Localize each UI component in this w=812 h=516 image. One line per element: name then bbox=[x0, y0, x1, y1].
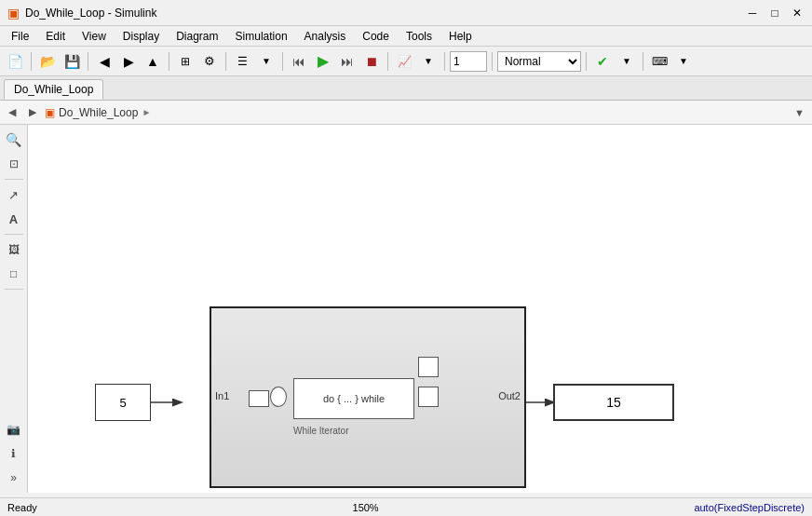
open-button[interactable]: 📂 bbox=[36, 50, 59, 73]
scope-button[interactable]: 📈 bbox=[393, 50, 415, 73]
tb-sep-10 bbox=[643, 52, 643, 71]
app-icon: ▣ bbox=[7, 6, 20, 20]
library-button[interactable]: ⊞ bbox=[174, 50, 196, 73]
tab-do-while-loop[interactable]: Do_While_Loop bbox=[4, 79, 103, 100]
rectangle-tool[interactable]: □ bbox=[3, 263, 25, 285]
titlebar: ▣ Do_While_Loop - Simulink ─ □ ✕ bbox=[0, 0, 812, 26]
out2-label: Out2 bbox=[498, 390, 521, 401]
tb-sep-7 bbox=[444, 52, 445, 71]
settings-button[interactable]: ⚙ bbox=[198, 50, 221, 73]
image-block-button[interactable]: 🖼 bbox=[3, 238, 25, 261]
sidebar-sep-1 bbox=[5, 179, 23, 180]
info-button[interactable]: ℹ bbox=[3, 442, 25, 465]
text-tool[interactable]: A bbox=[3, 208, 25, 230]
display-value: 15 bbox=[606, 395, 621, 410]
tb-sep-6 bbox=[387, 52, 388, 71]
addr-content: ▣ Do_While_Loop ► bbox=[45, 106, 151, 119]
titlebar-left: ▣ Do_While_Loop - Simulink bbox=[7, 6, 156, 20]
addressbar: ◀ ▶ ▣ Do_While_Loop ► ▼ bbox=[0, 101, 812, 125]
addr-expand-button[interactable]: ▼ bbox=[791, 107, 808, 118]
data-button[interactable]: ☰ bbox=[231, 50, 253, 73]
while-iterator-label: While Iterator bbox=[293, 426, 348, 436]
check-button[interactable]: ✔ bbox=[591, 50, 614, 73]
screenshot-button[interactable]: 📷 bbox=[3, 418, 25, 441]
menu-code[interactable]: Code bbox=[355, 28, 397, 45]
redo-button[interactable]: ▶ bbox=[117, 50, 140, 73]
inner-right-block[interactable] bbox=[418, 387, 439, 407]
tb-sep-5 bbox=[282, 52, 283, 71]
constant-value: 5 bbox=[119, 396, 126, 410]
tb-sep-3 bbox=[169, 52, 169, 71]
check-drop[interactable]: ▼ bbox=[616, 50, 638, 73]
tb-sep-1 bbox=[31, 52, 32, 71]
maximize-button[interactable]: □ bbox=[767, 6, 782, 20]
solver-info: auto(FixedStepDiscrete) bbox=[694, 502, 805, 513]
new-button[interactable]: 📄 bbox=[4, 50, 26, 73]
arrow-tool[interactable]: ↗ bbox=[3, 183, 25, 206]
zoom-in-button[interactable]: 🔍 bbox=[3, 129, 25, 151]
scope-drop[interactable]: ▼ bbox=[417, 50, 440, 73]
minimize-button[interactable]: ─ bbox=[745, 6, 760, 20]
tb-sep-4 bbox=[225, 52, 226, 71]
in1-label: In1 bbox=[215, 390, 229, 401]
addr-back-button[interactable]: ◀ bbox=[4, 104, 20, 121]
addr-model-name: Do_While_Loop bbox=[59, 106, 138, 119]
tb-sep-8 bbox=[492, 52, 493, 71]
data-drop[interactable]: ▼ bbox=[255, 50, 277, 73]
tb-sep-9 bbox=[586, 52, 587, 71]
sidebar-sep-2 bbox=[5, 234, 23, 235]
display-block[interactable]: 15 bbox=[553, 384, 674, 421]
menubar: File Edit View Display Diagram Simulatio… bbox=[0, 26, 812, 47]
shortcuts-drop[interactable]: ▼ bbox=[672, 50, 695, 73]
menu-tools[interactable]: Tools bbox=[399, 28, 440, 45]
statusbar: Ready 150% auto(FixedStepDiscrete) bbox=[0, 497, 812, 516]
zoom-level: 150% bbox=[353, 502, 379, 513]
menu-file[interactable]: File bbox=[4, 28, 36, 45]
inner-pre-block[interactable] bbox=[270, 387, 287, 407]
close-button[interactable]: ✕ bbox=[790, 6, 805, 20]
menu-simulation[interactable]: Simulation bbox=[228, 28, 295, 45]
ready-status: Ready bbox=[7, 502, 37, 513]
do-while-box[interactable]: do { ... } while bbox=[293, 378, 414, 419]
tb-sep-2 bbox=[88, 52, 88, 71]
zoom-fit-button[interactable]: ⊡ bbox=[3, 153, 25, 175]
more-button[interactable]: » bbox=[3, 467, 25, 489]
menu-view[interactable]: View bbox=[74, 28, 114, 45]
do-while-label: do { ... } while bbox=[323, 393, 385, 404]
save-button[interactable]: 💾 bbox=[61, 50, 83, 73]
addr-arrow: ► bbox=[142, 107, 151, 117]
up-button[interactable]: ▲ bbox=[142, 50, 164, 73]
step-forward-button[interactable]: ⏭ bbox=[336, 50, 359, 73]
sidebar: 🔍 ⊡ ↗ A 🖼 □ 📷 ℹ » bbox=[0, 125, 28, 493]
titlebar-controls: ─ □ ✕ bbox=[745, 6, 805, 20]
upper-right-block[interactable] bbox=[418, 357, 439, 377]
window-title: Do_While_Loop - Simulink bbox=[25, 7, 156, 20]
canvas[interactable]: 5 15 In1 Out2 do { ... } while bbox=[28, 125, 812, 493]
constant-block[interactable]: 5 bbox=[95, 384, 151, 421]
menu-help[interactable]: Help bbox=[441, 28, 480, 45]
addr-forward-button[interactable]: ▶ bbox=[24, 104, 41, 121]
undo-button[interactable]: ◀ bbox=[93, 50, 115, 73]
tab-label: Do_While_Loop bbox=[14, 83, 93, 96]
stop-button[interactable]: ⏹ bbox=[360, 50, 383, 73]
menu-edit[interactable]: Edit bbox=[38, 28, 73, 45]
menu-diagram[interactable]: Diagram bbox=[169, 28, 225, 45]
main-area: 🔍 ⊡ ↗ A 🖼 □ 📷 ℹ » bbox=[0, 125, 812, 493]
sim-time-input[interactable] bbox=[450, 51, 487, 72]
inner-in-port[interactable] bbox=[249, 390, 269, 407]
menu-display[interactable]: Display bbox=[115, 28, 167, 45]
sidebar-sep-3 bbox=[5, 289, 23, 290]
subsystem-block[interactable]: In1 Out2 do { ... } while While I bbox=[210, 306, 526, 488]
toolbar: 📄 📂 💾 ◀ ▶ ▲ ⊞ ⚙ ☰ ▼ ⏮ ▶ ⏭ ⏹ 📈 ▼ Normal A… bbox=[0, 47, 812, 76]
tabbar: Do_While_Loop bbox=[0, 76, 812, 101]
step-back-button[interactable]: ⏮ bbox=[288, 50, 310, 73]
run-button[interactable]: ▶ bbox=[312, 50, 334, 73]
menu-analysis[interactable]: Analysis bbox=[297, 28, 354, 45]
shortcuts-button[interactable]: ⌨ bbox=[648, 50, 670, 73]
sim-mode-select[interactable]: Normal Accelerator Rapid Accelerator bbox=[497, 51, 581, 72]
simulink-icon: ▣ bbox=[45, 106, 55, 119]
